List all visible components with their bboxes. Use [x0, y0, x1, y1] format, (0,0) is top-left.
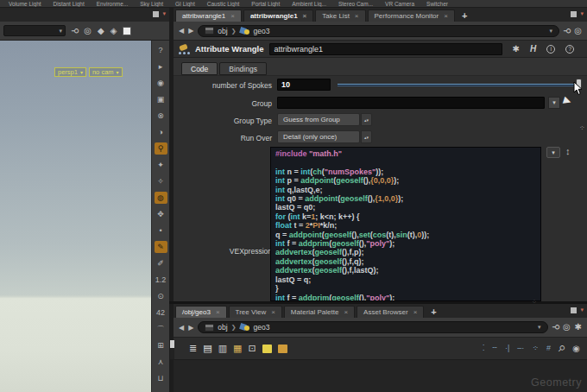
snap-vertical-icon[interactable]: ·|: [505, 345, 509, 352]
radial-menu-icon[interactable]: ◎: [574, 27, 582, 35]
pane-grip-icon[interactable]: ⁘: [579, 124, 585, 132]
pin-icon[interactable]: ⚲: [551, 324, 559, 330]
dashes-display-icon[interactable]: ╌: [493, 345, 497, 352]
shaded-sphere-icon[interactable]: ◑: [155, 126, 167, 138]
radial-menu-icon[interactable]: ◎: [563, 323, 571, 332]
node-name-field[interactable]: attribwrangle1: [269, 43, 502, 55]
network-scrollbar[interactable]: [170, 340, 174, 359]
node-info-icon[interactable]: ▥: [218, 344, 227, 353]
view-tool-icon[interactable]: ◉: [155, 77, 167, 89]
hand-tool-icon[interactable]: ✥: [155, 208, 167, 220]
scene-viewport[interactable]: persp1▾ no cam▾: [0, 41, 151, 392]
viewport-camera-badge[interactable]: persp1▾: [54, 67, 86, 77]
help-icon[interactable]: ?: [155, 44, 167, 56]
close-icon[interactable]: ×: [271, 308, 275, 316]
cylinder-icon[interactable]: ⊔: [155, 372, 167, 384]
magnify-icon[interactable]: ⚲: [556, 343, 567, 354]
dot-display-icon[interactable]: •: [155, 224, 167, 237]
pane-split-icon[interactable]: [153, 11, 159, 17]
group-dropdown-button[interactable]: ▾: [548, 97, 560, 109]
tab-take-list[interactable]: Take List×: [315, 9, 365, 22]
sticky-note-icon[interactable]: [262, 345, 272, 353]
shelf-tool[interactable]: Portal Light: [251, 1, 280, 7]
digital-asset-icon[interactable]: [278, 345, 287, 353]
profile-curve-icon[interactable]: ⌒: [155, 323, 167, 335]
network-path-field[interactable]: obj ❯ geo3 ▾: [198, 25, 559, 37]
point-grid-icon[interactable]: ⊞: [155, 339, 167, 351]
headlight-icon[interactable]: ⚲: [155, 142, 167, 155]
pin-icon[interactable]: ⚲: [563, 28, 571, 34]
forward-button[interactable]: ▶: [188, 27, 193, 35]
new-tab-button[interactable]: +: [457, 9, 472, 22]
network-box-icon[interactable]: ⊡: [248, 344, 256, 353]
disable-lighting-icon[interactable]: ⊗: [155, 110, 167, 122]
grid-lines-icon[interactable]: #: [546, 345, 551, 352]
network-path-field[interactable]: obj ❯ geo3 ▾: [198, 321, 547, 333]
pane-menu-icon[interactable]: ▾: [162, 10, 166, 17]
back-button[interactable]: ◀: [179, 27, 184, 35]
gear-icon[interactable]: ✱: [513, 44, 520, 54]
expand-editor-icon[interactable]: ↕: [565, 146, 571, 156]
pane-menu-icon[interactable]: ▾: [580, 10, 584, 17]
tab-tree-view[interactable]: Tree View×: [229, 306, 282, 318]
pane-split-icon[interactable]: [571, 11, 577, 17]
shelf-tool[interactable]: Volume Light: [9, 1, 41, 7]
spokes-slider[interactable]: [338, 84, 580, 86]
tab-performance-monitor[interactable]: Performance Monitor×: [368, 9, 455, 22]
close-icon[interactable]: ×: [216, 308, 220, 316]
houdini-badge-icon[interactable]: H: [530, 44, 536, 54]
path-node[interactable]: geo3: [254, 27, 270, 35]
shelf-tool[interactable]: Environme...: [97, 1, 129, 7]
prim-numbers-icon[interactable]: 42: [155, 307, 167, 319]
shelf-tool[interactable]: Stereo Cam...: [338, 1, 373, 7]
spokes-value-field[interactable]: 10: [277, 79, 331, 91]
path-root[interactable]: obj: [218, 27, 227, 35]
shelf-tool[interactable]: Sky Light: [140, 1, 163, 7]
group-type-spinner[interactable]: ▴▾: [361, 113, 372, 126]
network-canvas[interactable]: Geometry: [174, 360, 587, 392]
select-operator-arrow-icon[interactable]: ▶: [562, 94, 572, 107]
back-button[interactable]: ◀: [179, 324, 184, 332]
close-icon[interactable]: ×: [230, 12, 235, 20]
gear-burst-icon[interactable]: ✱: [575, 323, 582, 332]
shelf-tool[interactable]: Ambient Lig...: [292, 1, 326, 7]
close-icon[interactable]: ×: [344, 308, 348, 316]
pen-display-icon[interactable]: ✐: [155, 257, 167, 269]
spot-light-icon[interactable]: ✧: [155, 175, 167, 187]
pin-icon[interactable]: ⚲: [71, 28, 79, 34]
lock-camera-icon[interactable]: ▣: [155, 93, 167, 105]
run-over-menu[interactable]: Detail (only once): [277, 130, 360, 143]
tab-attribwrangle1-2[interactable]: attribwrangle1×: [243, 9, 313, 22]
geometry-cube-icon[interactable]: ◆: [98, 27, 104, 35]
close-icon[interactable]: ×: [413, 308, 418, 316]
tab-attribwrangle1[interactable]: attribwrangle1×: [175, 9, 242, 22]
close-icon[interactable]: ×: [303, 12, 307, 20]
radial-menu-icon[interactable]: ◎: [84, 27, 92, 35]
color-swatch-icon[interactable]: [123, 27, 131, 35]
snap-horizontal-icon[interactable]: –·: [517, 345, 524, 352]
path-node[interactable]: geo3: [254, 323, 270, 332]
shelf-tool[interactable]: Caustic Light: [207, 1, 240, 7]
path-root[interactable]: obj: [218, 323, 227, 332]
point-light-icon[interactable]: ✦: [155, 159, 167, 171]
help-icon[interactable]: ?: [565, 45, 574, 54]
point-numbers-icon[interactable]: 1.2: [155, 274, 167, 286]
shelf-tool[interactable]: GI Light: [175, 1, 195, 7]
tab-code[interactable]: Code: [181, 62, 218, 75]
group-field[interactable]: [277, 97, 545, 109]
dots-display-icon[interactable]: ⁚: [483, 345, 485, 352]
tab-asset-browser[interactable]: Asset Browser×: [357, 306, 424, 318]
shelf-tool[interactable]: Distant Light: [54, 1, 85, 7]
new-tab-button[interactable]: +: [426, 306, 441, 318]
shelf-tool[interactable]: VR Camera: [385, 1, 414, 7]
close-icon[interactable]: ×: [355, 12, 359, 20]
organize-nodes-icon[interactable]: ≣: [189, 344, 197, 353]
chevron-down-icon[interactable]: ▾: [549, 28, 552, 35]
run-over-spinner[interactable]: ▴▾: [361, 130, 372, 143]
point-markers-icon[interactable]: ⊙: [155, 290, 167, 302]
info-icon[interactable]: i: [546, 45, 555, 54]
chevron-down-icon[interactable]: ▾: [538, 324, 541, 331]
tab-obj-geo3[interactable]: /obj/geo3×: [175, 306, 227, 318]
vex-code-editor[interactable]: #include "math.h" int n = int(ch("numSpo…: [270, 147, 541, 301]
normals-icon[interactable]: ⋏: [155, 356, 167, 368]
